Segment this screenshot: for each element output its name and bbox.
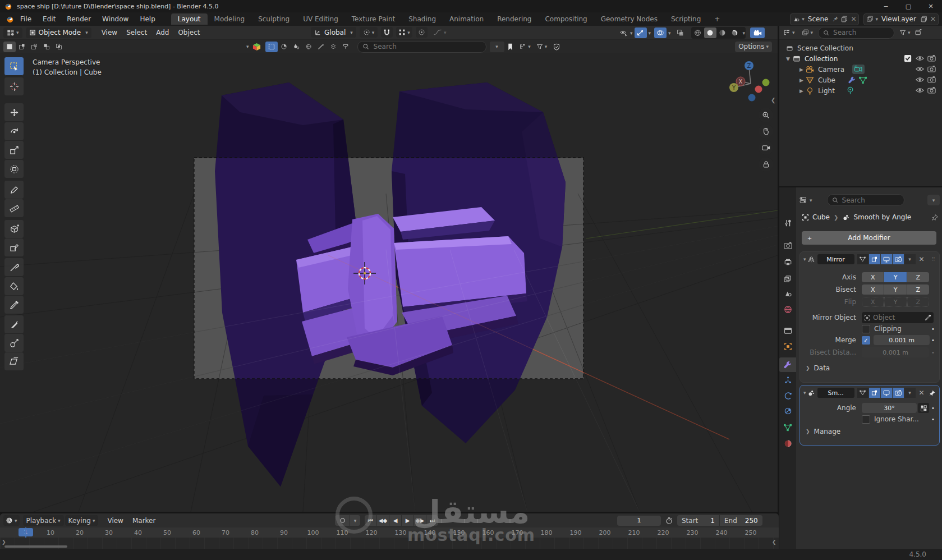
render-toggle-icon[interactable] xyxy=(893,254,904,264)
properties-tab-material[interactable] xyxy=(779,436,796,451)
add-workspace-button[interactable]: + xyxy=(707,13,727,25)
navigation-gizmo[interactable]: Z X Y xyxy=(727,58,774,107)
play-button[interactable]: ▶ xyxy=(402,515,413,526)
mirror-modifier-header[interactable]: ▾ Mirror ▾ ✕ ⠿ xyxy=(800,253,939,265)
properties-search-input[interactable] xyxy=(841,196,895,205)
modifier-name-field[interactable]: Sm... xyxy=(817,388,854,398)
eyedropper-icon[interactable] xyxy=(925,314,931,321)
properties-tab-render[interactable] xyxy=(779,238,796,253)
viewport-menu-view[interactable]: View xyxy=(97,29,122,36)
viewport-canvas[interactable]: Camera Perspective (1) Collection | Cube xyxy=(0,53,778,512)
tool-annotate[interactable] xyxy=(4,180,24,199)
menu-file[interactable]: File xyxy=(15,15,37,23)
view-layer-name[interactable]: ViewLayer xyxy=(881,15,916,23)
properties-tab-particles[interactable] xyxy=(779,373,796,387)
lock-view-icon[interactable] xyxy=(759,157,773,172)
tool-primitive-draw[interactable] xyxy=(4,238,24,257)
editor-type-dropdown[interactable]: ▾ xyxy=(3,27,22,38)
camera-data-icon[interactable] xyxy=(852,65,865,74)
workspace-tab-sculpting[interactable]: Sculpting xyxy=(251,13,296,25)
tool-toggle-layers-icon[interactable] xyxy=(327,42,339,52)
tool-scale[interactable] xyxy=(4,140,24,159)
properties-tab-modifiers[interactable] xyxy=(779,357,796,372)
hide-viewport-icon[interactable] xyxy=(916,76,924,84)
tool-toggle-globe-icon[interactable] xyxy=(302,42,315,52)
camera-view-button[interactable] xyxy=(750,27,765,38)
new-view-layer-icon[interactable] xyxy=(921,16,927,22)
minimize-button[interactable]: ─ xyxy=(875,0,897,12)
gizmo-axis-z-neg[interactable] xyxy=(748,94,756,102)
outliner-filter-type-dropdown[interactable]: ▾ xyxy=(800,27,815,38)
remove-modifier-icon[interactable]: ✕ xyxy=(919,255,925,263)
outliner-item-label[interactable]: Collection xyxy=(805,55,838,63)
bisect-distance-field[interactable]: 0.001 m xyxy=(862,347,929,357)
select-mode-extend-icon[interactable] xyxy=(16,42,28,52)
tool-rotate[interactable] xyxy=(4,122,24,141)
tool-toggle-mask-icon[interactable] xyxy=(339,42,352,52)
scene-selector[interactable]: ▾ Scene 📌︎ ✕ xyxy=(790,13,859,25)
add-modifier-button[interactable]: ＋ Add Modifier xyxy=(802,231,936,245)
pin-id-icon[interactable] xyxy=(931,214,939,221)
collection-exclude-checkbox[interactable] xyxy=(904,54,912,62)
render-toggle-icon[interactable] xyxy=(893,388,904,398)
menu-edit[interactable]: Edit xyxy=(37,15,61,23)
timeline-scrollbar[interactable] xyxy=(4,545,67,548)
hide-viewport-icon[interactable] xyxy=(916,86,924,94)
tool-knife[interactable] xyxy=(4,315,24,334)
overlays-dropdown-chevron[interactable]: ▾ xyxy=(668,30,671,36)
animate-dot-icon[interactable]: • xyxy=(931,326,935,332)
outliner-item-label[interactable]: Light xyxy=(818,87,835,95)
transform-orientation-dropdown[interactable]: Global ▾ xyxy=(311,27,356,38)
data-subpanel-header[interactable]: ❯ Data xyxy=(800,362,939,374)
stopwatch-icon[interactable] xyxy=(665,517,673,525)
outliner-row-collection[interactable]: ▼ Collection xyxy=(779,53,942,64)
breadcrumb-modifier[interactable]: Smooth by Angle xyxy=(853,213,911,221)
realtime-toggle-icon[interactable] xyxy=(869,388,880,398)
new-scene-icon[interactable] xyxy=(841,16,848,22)
tool-search[interactable] xyxy=(357,41,486,53)
maximize-button[interactable]: ▢ xyxy=(897,0,920,12)
properties-tab-view-layer[interactable] xyxy=(779,272,796,286)
unlink-scene-icon[interactable]: ✕ xyxy=(851,15,856,23)
xray-toggle[interactable] xyxy=(674,27,687,38)
gizmo-axis-x-neg[interactable]: X xyxy=(736,77,745,86)
gizmo-axis-z-pos[interactable]: Z xyxy=(745,61,753,70)
expand-chevron-icon[interactable]: ▶ xyxy=(799,88,803,94)
tool-header-chevron[interactable]: ▾ xyxy=(246,44,249,49)
timeline-view-menu[interactable]: View xyxy=(103,517,127,525)
scene-name[interactable]: Scene xyxy=(808,15,829,23)
outliner-search[interactable] xyxy=(818,27,894,39)
gizmo-axis-y-pos[interactable] xyxy=(762,79,770,86)
gizmo-axis-y-neg[interactable]: Y xyxy=(729,83,738,92)
viewport-menu-add[interactable]: Add xyxy=(151,29,173,36)
show-gizmo-toggle[interactable] xyxy=(635,27,647,38)
properties-tab-physics[interactable] xyxy=(779,388,796,403)
last-operator-chevron[interactable]: ▾ xyxy=(490,42,504,52)
expand-chevron-icon[interactable]: ▶ xyxy=(799,67,803,72)
disable-render-icon[interactable] xyxy=(927,76,936,83)
play-reverse-button[interactable]: ◀ xyxy=(389,515,401,526)
pivot-point-dropdown[interactable]: ▾ xyxy=(360,27,378,38)
next-keyframe-button[interactable]: ◆▶ xyxy=(414,515,426,526)
menu-window[interactable]: Window xyxy=(97,15,134,23)
close-button[interactable]: ✕ xyxy=(920,0,942,12)
animate-dot-icon[interactable]: • xyxy=(931,337,935,343)
end-frame-field[interactable]: End 250 xyxy=(720,517,762,525)
remove-modifier-icon[interactable]: ✕ xyxy=(919,389,925,397)
angle-value-field[interactable]: 30° xyxy=(862,403,917,413)
view-layer-selector[interactable]: ▾ ViewLayer ✕ xyxy=(863,13,939,25)
drag-handle-icon[interactable]: ⠿ xyxy=(931,256,936,262)
tool-brush[interactable] xyxy=(4,258,24,277)
gizmo-dropdown-chevron[interactable]: ▾ xyxy=(649,30,651,36)
outliner-row-light[interactable]: ▶ Light xyxy=(779,85,942,96)
tool-toggle-lasso-icon[interactable] xyxy=(278,42,290,52)
viewport-menu-object[interactable]: Object xyxy=(173,29,204,36)
collapse-chevron-icon[interactable]: ▼ xyxy=(786,56,790,62)
tool-eyedropper[interactable] xyxy=(4,295,24,314)
workspace-tab-rendering[interactable]: Rendering xyxy=(490,13,538,25)
axis-y-button[interactable]: Y xyxy=(884,272,906,282)
hide-viewport-icon[interactable] xyxy=(916,65,924,73)
tool-toggle-paint-icon[interactable] xyxy=(290,42,302,52)
start-frame-field[interactable]: Start 1 xyxy=(677,517,719,525)
timeline-ruler[interactable]: 10 20 30 40 50 60 70 80 90 100 110 120 1… xyxy=(0,527,779,538)
